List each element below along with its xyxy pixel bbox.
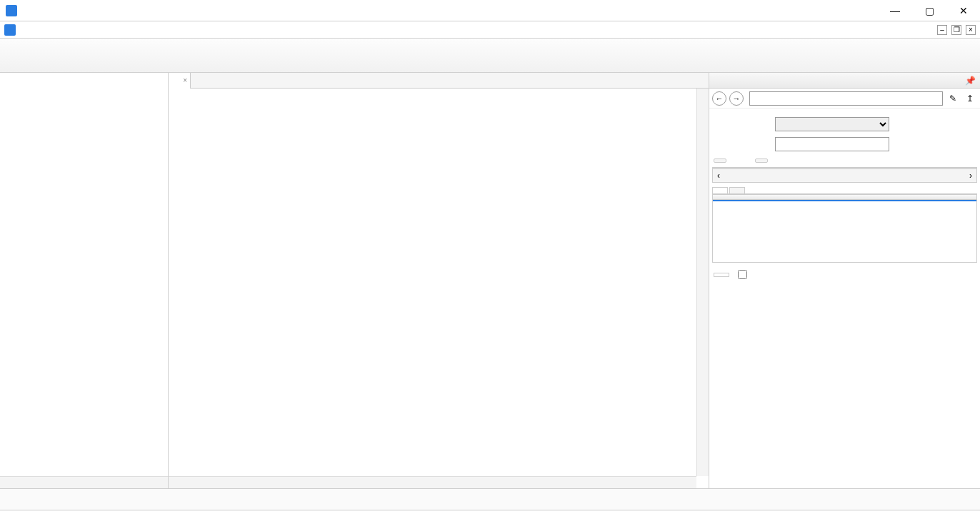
tree-pane	[0, 73, 169, 488]
status-tabs	[0, 488, 980, 510]
table-combo[interactable]	[749, 91, 943, 106]
relationships-list[interactable]	[712, 194, 977, 263]
mdi-restore[interactable]: ❐	[951, 25, 961, 35]
clear-search-button[interactable]	[755, 158, 768, 163]
right-panel: 📌 ← → ✎ ↥	[709, 73, 980, 488]
mdi-close[interactable]: ×	[966, 25, 976, 35]
grid-hscroll[interactable]: ‹›	[713, 168, 976, 182]
toolbar	[0, 39, 980, 73]
hide-objects-input[interactable]	[738, 270, 747, 279]
app-icon	[6, 5, 17, 16]
tree-scrollbar[interactable]	[0, 476, 168, 488]
close-button[interactable]: ✕	[953, 5, 974, 16]
statusbar	[0, 510, 980, 524]
pin-icon[interactable]: 📌	[965, 76, 976, 86]
subtab-in-diagram[interactable]	[729, 187, 745, 193]
search-input[interactable]	[775, 137, 889, 151]
nav-back-button[interactable]: ←	[712, 91, 726, 106]
mdi-minimize[interactable]: –	[937, 25, 947, 35]
nav-forward-button[interactable]: →	[729, 91, 744, 106]
workspace-tree[interactable]	[0, 73, 168, 476]
hide-objects-checkbox[interactable]	[738, 270, 750, 279]
menubar: – ❐ ×	[0, 21, 980, 39]
titlebar: — ▢ ✕	[0, 0, 980, 21]
tab-close-icon[interactable]: ×	[183, 76, 187, 84]
tables-grid: ‹›	[712, 167, 977, 183]
diagram-pane: ×	[169, 73, 709, 488]
advanced-search-button[interactable]	[714, 158, 726, 163]
prev-button[interactable]	[714, 273, 729, 277]
canvas-hscroll[interactable]	[169, 476, 696, 488]
subtab-relationships[interactable]	[712, 187, 728, 193]
minimize-button[interactable]: —	[884, 5, 906, 16]
tab-all-items[interactable]: ×	[169, 73, 191, 89]
er-canvas[interactable]	[169, 89, 709, 488]
maximize-button[interactable]: ▢	[919, 5, 940, 16]
doc-icon	[4, 24, 16, 36]
canvas-vscroll[interactable]	[696, 89, 709, 476]
edit-icon[interactable]: ✎	[946, 91, 960, 106]
list-item[interactable]	[713, 200, 976, 201]
list-header	[713, 195, 976, 200]
goto-icon[interactable]: ↥	[963, 91, 977, 106]
display-objects-select[interactable]	[775, 117, 889, 131]
right-panel-title: 📌	[709, 73, 980, 89]
